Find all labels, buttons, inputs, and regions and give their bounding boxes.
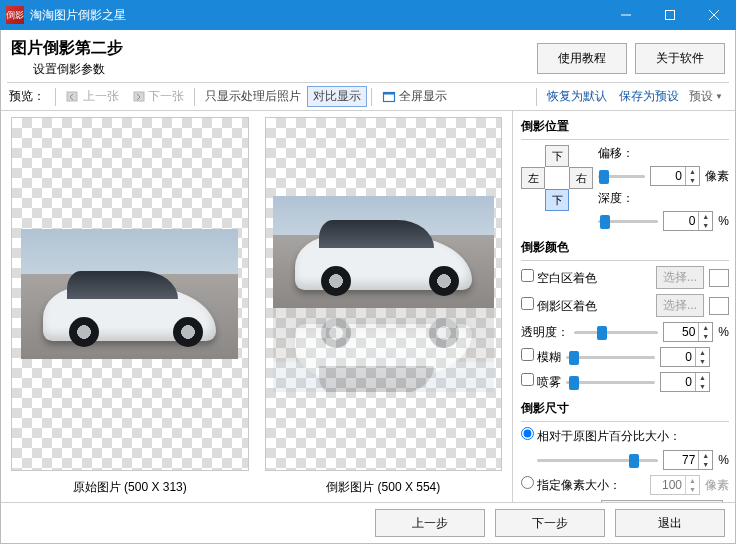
fullscreen-icon <box>382 90 396 104</box>
maximize-button[interactable] <box>648 0 692 30</box>
close-button[interactable] <box>692 0 736 30</box>
minimize-button[interactable] <box>604 0 648 30</box>
opacity-label: 透明度： <box>521 324 569 341</box>
reflect-color-choose[interactable]: 选择... <box>656 294 704 317</box>
blank-color-choose[interactable]: 选择... <box>656 266 704 289</box>
offset-unit: 像素 <box>705 168 729 185</box>
exit-button[interactable]: 退出 <box>615 509 725 537</box>
opacity-unit: % <box>718 325 729 339</box>
original-image <box>21 229 238 359</box>
relative-size-slider[interactable] <box>537 452 658 468</box>
depth-slider[interactable] <box>598 213 658 229</box>
restore-default-button[interactable]: 恢复为默认 <box>541 86 613 107</box>
save-preset-button[interactable]: 保存为预设 <box>613 86 685 107</box>
position-section-title: 倒影位置 <box>521 115 729 140</box>
preview-area: 原始图片 (500 X 313) 倒影图片 (500 X 554) <box>1 111 513 502</box>
prev-image-button[interactable]: 上一张 <box>60 86 125 107</box>
blur-checkbox[interactable]: 模糊 <box>521 348 561 366</box>
original-caption: 原始图片 (500 X 313) <box>73 479 187 496</box>
reflect-color-swatch[interactable] <box>709 297 729 315</box>
offset-slider[interactable] <box>598 168 645 184</box>
titlebar: 倒影 淘淘图片倒影之星 <box>0 0 736 30</box>
spray-checkbox[interactable]: 喷雾 <box>521 373 561 391</box>
blur-slider[interactable] <box>566 349 655 365</box>
about-button[interactable]: 关于软件 <box>635 43 725 74</box>
fullscreen-label: 全屏显示 <box>399 88 447 105</box>
relative-size-radio[interactable]: 相对于原图片百分比大小： <box>521 427 681 445</box>
dir-left-button[interactable]: 左 <box>521 167 545 189</box>
toolbar: 预览： 上一张 下一张 只显示处理后照片 对比显示 全屏显示 恢复为默认 保存为… <box>1 83 735 111</box>
next-image-icon <box>131 90 145 104</box>
blank-color-swatch[interactable] <box>709 269 729 287</box>
blank-color-checkbox[interactable]: 空白区着色 <box>521 269 597 287</box>
opacity-spinner[interactable]: ▲▼ <box>663 322 713 342</box>
window-title: 淘淘图片倒影之星 <box>30 7 604 24</box>
absolute-size-radio[interactable]: 指定像素大小： <box>521 476 621 494</box>
chevron-down-icon: ▼ <box>715 92 723 101</box>
size-section-title: 倒影尺寸 <box>521 397 729 422</box>
next-image-button[interactable]: 下一张 <box>125 86 190 107</box>
compare-button[interactable]: 对比显示 <box>307 86 367 107</box>
absolute-size-spinner[interactable]: ▲▼ <box>650 475 700 495</box>
step-title: 图片倒影第二步 <box>11 38 529 59</box>
preview-label: 预览： <box>9 88 45 105</box>
direction-picker: 下 左右 下 <box>521 145 593 211</box>
svg-rect-1 <box>666 11 675 20</box>
color-section-title: 倒影颜色 <box>521 236 729 261</box>
tutorial-button[interactable]: 使用教程 <box>537 43 627 74</box>
reflection-image <box>273 306 494 392</box>
result-image <box>273 196 494 308</box>
spray-spinner[interactable]: ▲▼ <box>660 372 710 392</box>
only-result-button[interactable]: 只显示处理后照片 <box>199 86 307 107</box>
offset-spinner[interactable]: ▲▼ <box>650 166 700 186</box>
relative-size-spinner[interactable]: ▲▼ <box>663 450 713 470</box>
relative-size-unit: % <box>718 453 729 467</box>
depth-label: 深度： <box>598 190 729 207</box>
step-subtitle: 设置倒影参数 <box>33 61 529 78</box>
preset-dropdown[interactable]: 预设▼ <box>685 86 727 107</box>
dir-up-button[interactable]: 下 <box>545 145 569 167</box>
blur-spinner[interactable]: ▲▼ <box>660 347 710 367</box>
settings-panel: 倒影位置 下 左右 下 偏移： ▲▼ 像素 深度： <box>513 111 735 502</box>
absolute-size-unit: 像素 <box>705 477 729 494</box>
wizard-footer: 上一步 下一步 退出 <box>1 502 735 543</box>
fullscreen-button[interactable]: 全屏显示 <box>376 86 453 107</box>
next-step-button[interactable]: 下一步 <box>495 509 605 537</box>
opacity-slider[interactable] <box>574 324 658 340</box>
depth-unit: % <box>718 214 729 228</box>
next-image-label: 下一张 <box>148 88 184 105</box>
spray-slider[interactable] <box>566 374 655 390</box>
dir-down-button[interactable]: 下 <box>545 189 569 211</box>
result-caption: 倒影图片 (500 X 554) <box>326 479 440 496</box>
offset-label: 偏移： <box>598 145 729 162</box>
svg-rect-7 <box>384 92 395 94</box>
prev-image-label: 上一张 <box>83 88 119 105</box>
prev-image-icon <box>66 90 80 104</box>
app-icon: 倒影 <box>6 6 24 24</box>
prev-step-button[interactable]: 上一步 <box>375 509 485 537</box>
depth-spinner[interactable]: ▲▼ <box>663 211 713 231</box>
step-header: 图片倒影第二步 设置倒影参数 使用教程 关于软件 <box>1 30 735 82</box>
reflect-color-checkbox[interactable]: 倒影区着色 <box>521 297 597 315</box>
original-canvas <box>11 117 249 471</box>
dir-right-button[interactable]: 右 <box>569 167 593 189</box>
result-canvas <box>265 117 503 471</box>
